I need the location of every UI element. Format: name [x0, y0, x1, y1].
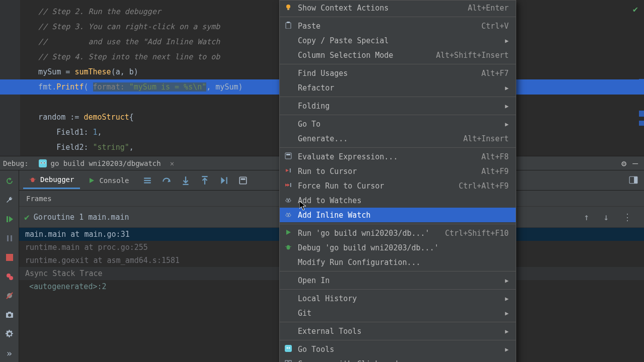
svg-rect-8 [11, 235, 12, 241]
layout-icon[interactable] [629, 175, 638, 185]
menu-item-debug-go-build-wni20203-db[interactable]: Debug 'go build wni20203/db...' [280, 240, 516, 255]
tab-label: Console [99, 176, 129, 185]
menu-item-run-go-build-wni20203-db[interactable]: Run 'go build wni20203/db...'Ctrl+Shift+… [280, 226, 516, 240]
menu-item-label: Refactor [298, 83, 500, 93]
menu-item-find-usages[interactable]: Find UsagesAlt+F7 [280, 66, 516, 80]
menu-item-modify-run-configuration[interactable]: Modify Run Configuration... [280, 255, 516, 269]
menu-item-folding[interactable]: Folding▶ [280, 99, 516, 113]
menu-separator [280, 97, 516, 97]
step-into-icon[interactable] [181, 176, 190, 185]
svg-rect-22 [144, 182, 151, 183]
menu-item-compare-with-clipboard[interactable]: Compare with Clipboard [280, 356, 516, 362]
menu-item-evaluate-expression[interactable]: Evaluate Expression...Alt+F8 [280, 149, 516, 164]
menu-separator [280, 17, 516, 17]
code-comment: // Step 2. Run the debugger [20, 7, 161, 16]
wrench-icon[interactable] [5, 196, 14, 205]
bug-icon [29, 176, 36, 183]
svg-rect-7 [7, 235, 9, 241]
menu-item-shortcut: Alt+Insert [463, 134, 509, 143]
chevron-right-icon: ▶ [505, 310, 509, 317]
chevron-right-icon: ▶ [505, 295, 509, 302]
frame-down-icon[interactable]: ↓ [603, 212, 609, 222]
camera-icon[interactable] [5, 310, 14, 319]
menu-item-local-history[interactable]: Local History▶ [280, 291, 516, 306]
bug-icon [284, 243, 293, 252]
rerun-icon[interactable] [5, 176, 14, 186]
svg-rect-16 [8, 312, 11, 313]
svg-rect-31 [287, 9, 289, 10]
evaluate-icon[interactable] [238, 176, 248, 185]
menu-item-label: Run 'go build wni20203/db...' [298, 229, 440, 238]
menu-item-generate[interactable]: Generate...Alt+Insert [280, 131, 516, 146]
mute-breakpoints-icon[interactable] [5, 291, 14, 300]
menu-item-label: Column Selection Mode [298, 51, 431, 60]
chevron-right-icon: ▶ [505, 277, 509, 284]
svg-rect-35 [286, 154, 290, 155]
goroutine-name: Goroutine 1 main.main [34, 213, 129, 222]
step-over-icon[interactable] [162, 176, 171, 185]
resume-icon[interactable] [5, 215, 14, 224]
paste-icon [284, 22, 293, 30]
svg-rect-6 [7, 216, 8, 222]
debug-sidebar: » [0, 170, 19, 362]
menu-item-paste[interactable]: PasteCtrl+V [280, 19, 516, 33]
svg-point-30 [286, 5, 290, 9]
svg-line-44 [290, 246, 291, 247]
menu-item-git[interactable]: Git▶ [280, 306, 516, 320]
menu-separator [280, 322, 516, 322]
tab-console[interactable]: Console [82, 172, 135, 189]
frame-up-icon[interactable]: ↑ [584, 212, 589, 222]
minimize-icon[interactable]: — [632, 158, 638, 168]
menu-item-label: Add to Watches [298, 196, 509, 205]
svg-rect-20 [144, 177, 151, 178]
menu-item-add-to-watches[interactable]: Add to Watches [280, 193, 516, 208]
menu-item-run-to-cursor[interactable]: Run to CursorAlt+F9 [280, 164, 516, 178]
menu-item-label: Local History [298, 294, 500, 303]
menu-item-open-in[interactable]: Open In▶ [280, 273, 516, 288]
menu-item-label: Git [298, 309, 500, 318]
pause-icon[interactable] [5, 234, 14, 243]
svg-rect-1 [39, 159, 47, 167]
step-out-icon[interactable] [200, 176, 209, 185]
more-icon[interactable]: » [5, 348, 14, 357]
menu-item-copy-paste-special[interactable]: Copy / Paste Special▶ [280, 33, 516, 48]
run-configuration[interactable]: go build wni20203/dbgwatch ✕ [36, 158, 178, 168]
menu-separator [280, 289, 516, 290]
svg-point-46 [287, 347, 288, 349]
svg-rect-26 [240, 177, 247, 184]
tab-debugger[interactable]: Debugger [23, 171, 80, 189]
gear-icon[interactable]: ⚙ [621, 158, 626, 168]
menu-item-go-to[interactable]: Go To▶ [280, 117, 516, 131]
menu-item-force-run-to-cursor[interactable]: Force Run to CursorCtrl+Alt+F9 [280, 178, 516, 193]
menu-item-label: Compare with Clipboard [298, 359, 509, 363]
chevron-right-icon: ▶ [505, 346, 509, 353]
svg-rect-32 [286, 23, 291, 29]
menu-item-label: Go Tools [298, 345, 500, 354]
settings-icon[interactable] [5, 329, 14, 338]
menu-item-label: Show Context Actions [298, 4, 463, 13]
code-comment: // Step 3. You can right-click on a symb [20, 22, 220, 31]
menu-item-go-tools[interactable]: Go Tools▶ [280, 342, 516, 356]
menu-item-external-tools[interactable]: External Tools▶ [280, 324, 516, 338]
editor-context-menu[interactable]: Show Context ActionsAlt+EnterPasteCtrl+V… [279, 0, 516, 362]
menu-separator [280, 147, 516, 148]
chevron-right-icon: ▶ [505, 84, 509, 92]
menu-item-refactor[interactable]: Refactor▶ [280, 80, 516, 95]
close-icon[interactable]: ✕ [170, 159, 174, 167]
menu-item-column-selection-mode[interactable]: Column Selection ModeAlt+Shift+Insert [280, 48, 516, 62]
menu-item-show-context-actions[interactable]: Show Context ActionsAlt+Enter [280, 1, 516, 15]
menu-item-add-inline-watch[interactable]: Add Inline Watch [280, 208, 516, 222]
menu-item-label: Folding [298, 102, 500, 111]
svg-point-11 [9, 276, 13, 280]
svg-rect-9 [6, 254, 13, 261]
stop-icon[interactable] [5, 253, 14, 262]
menu-item-label: Evaluate Expression... [298, 152, 476, 161]
show-exec-point-icon[interactable] [143, 176, 152, 185]
frame-menu-icon[interactable]: ⋮ [623, 212, 632, 222]
run-to-cursor-icon[interactable] [219, 176, 228, 185]
view-breakpoints-icon[interactable] [5, 272, 14, 281]
svg-rect-34 [285, 153, 291, 159]
chevron-right-icon: ▶ [505, 328, 509, 335]
check-icon: ✔ [24, 212, 30, 222]
menu-item-shortcut: Ctrl+V [481, 22, 509, 31]
